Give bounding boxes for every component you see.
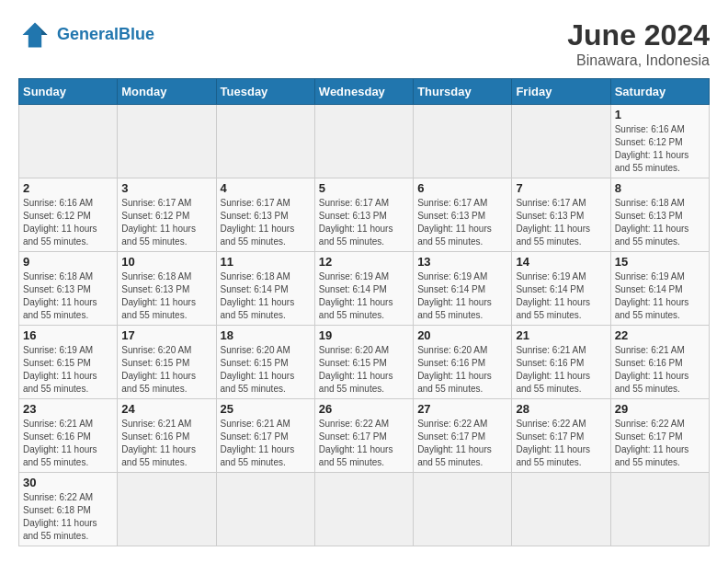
calendar-cell <box>118 105 216 178</box>
col-header-wednesday: Wednesday <box>314 79 413 105</box>
day-number: 4 <box>221 181 311 195</box>
day-number: 21 <box>516 328 606 342</box>
day-info: Sunrise: 6:21 AMSunset: 6:16 PMDaylight:… <box>121 418 211 469</box>
calendar-cell: 1Sunrise: 6:16 AMSunset: 6:12 PMDaylight… <box>610 105 709 178</box>
calendar-cell: 12Sunrise: 6:19 AMSunset: 6:14 PMDayligh… <box>314 252 413 326</box>
day-number: 17 <box>121 328 211 342</box>
day-number: 10 <box>121 255 211 269</box>
day-number: 7 <box>516 181 606 195</box>
calendar-cell: 25Sunrise: 6:21 AMSunset: 6:17 PMDayligh… <box>216 399 314 473</box>
col-header-sunday: Sunday <box>19 79 118 105</box>
week-row-6: 30Sunrise: 6:22 AMSunset: 6:18 PMDayligh… <box>19 473 710 546</box>
day-number: 27 <box>417 402 507 416</box>
calendar-cell: 4Sunrise: 6:17 AMSunset: 6:13 PMDaylight… <box>216 178 314 252</box>
day-number: 22 <box>615 328 705 342</box>
calendar-cell: 26Sunrise: 6:22 AMSunset: 6:17 PMDayligh… <box>314 399 413 473</box>
day-info: Sunrise: 6:20 AMSunset: 6:15 PMDaylight:… <box>319 344 409 396</box>
day-number: 23 <box>23 402 113 416</box>
day-info: Sunrise: 6:17 AMSunset: 6:13 PMDaylight:… <box>319 197 409 248</box>
calendar-header-row: SundayMondayTuesdayWednesdayThursdayFrid… <box>19 79 710 105</box>
week-row-2: 2Sunrise: 6:16 AMSunset: 6:12 PMDaylight… <box>19 178 710 252</box>
day-number: 14 <box>516 255 606 269</box>
calendar-cell: 18Sunrise: 6:20 AMSunset: 6:15 PMDayligh… <box>216 326 314 399</box>
day-number: 29 <box>615 402 705 416</box>
month-year: June 2024 <box>567 18 710 52</box>
day-number: 8 <box>615 181 705 195</box>
day-info: Sunrise: 6:18 AMSunset: 6:14 PMDaylight:… <box>221 270 311 322</box>
day-info: Sunrise: 6:22 AMSunset: 6:18 PMDaylight:… <box>23 491 113 543</box>
day-info: Sunrise: 6:17 AMSunset: 6:13 PMDaylight:… <box>417 197 507 248</box>
day-info: Sunrise: 6:16 AMSunset: 6:12 PMDaylight:… <box>615 123 705 175</box>
day-info: Sunrise: 6:21 AMSunset: 6:16 PMDaylight:… <box>615 344 705 396</box>
day-number: 12 <box>319 255 409 269</box>
location: Binawara, Indonesia <box>567 52 710 69</box>
calendar-cell <box>216 473 314 546</box>
calendar-cell <box>118 473 216 546</box>
calendar-cell: 9Sunrise: 6:18 AMSunset: 6:13 PMDaylight… <box>19 252 118 326</box>
calendar-cell: 19Sunrise: 6:20 AMSunset: 6:15 PMDayligh… <box>314 326 413 399</box>
week-row-1: 1Sunrise: 6:16 AMSunset: 6:12 PMDaylight… <box>19 105 710 178</box>
calendar-cell: 27Sunrise: 6:22 AMSunset: 6:17 PMDayligh… <box>414 399 512 473</box>
title-block: June 2024 Binawara, Indonesia <box>567 18 710 69</box>
calendar-cell <box>512 105 610 178</box>
col-header-thursday: Thursday <box>414 79 512 105</box>
calendar-cell: 29Sunrise: 6:22 AMSunset: 6:17 PMDayligh… <box>610 399 709 473</box>
calendar-cell: 10Sunrise: 6:18 AMSunset: 6:13 PMDayligh… <box>118 252 216 326</box>
col-header-friday: Friday <box>512 79 610 105</box>
day-info: Sunrise: 6:22 AMSunset: 6:17 PMDaylight:… <box>319 418 409 469</box>
day-number: 6 <box>417 181 507 195</box>
col-header-monday: Monday <box>118 79 216 105</box>
calendar-cell: 28Sunrise: 6:22 AMSunset: 6:17 PMDayligh… <box>512 399 610 473</box>
day-info: Sunrise: 6:19 AMSunset: 6:14 PMDaylight:… <box>319 270 409 322</box>
day-number: 5 <box>319 181 409 195</box>
day-info: Sunrise: 6:18 AMSunset: 6:13 PMDaylight:… <box>615 197 705 248</box>
calendar-cell: 15Sunrise: 6:19 AMSunset: 6:14 PMDayligh… <box>610 252 709 326</box>
header: GeneralBlue June 2024 Binawara, Indonesi… <box>18 18 710 69</box>
calendar-cell: 20Sunrise: 6:20 AMSunset: 6:16 PMDayligh… <box>414 326 512 399</box>
day-number: 9 <box>23 255 113 269</box>
day-info: Sunrise: 6:19 AMSunset: 6:15 PMDaylight:… <box>23 344 113 396</box>
day-number: 28 <box>516 402 606 416</box>
calendar-cell <box>414 473 512 546</box>
day-number: 1 <box>615 108 705 121</box>
day-info: Sunrise: 6:17 AMSunset: 6:13 PMDaylight:… <box>516 197 606 248</box>
week-row-4: 16Sunrise: 6:19 AMSunset: 6:15 PMDayligh… <box>19 326 710 399</box>
day-number: 2 <box>23 181 113 195</box>
day-info: Sunrise: 6:21 AMSunset: 6:16 PMDaylight:… <box>23 418 113 469</box>
day-info: Sunrise: 6:21 AMSunset: 6:17 PMDaylight:… <box>221 418 311 469</box>
day-info: Sunrise: 6:16 AMSunset: 6:12 PMDaylight:… <box>23 197 113 248</box>
calendar-cell <box>512 473 610 546</box>
week-row-5: 23Sunrise: 6:21 AMSunset: 6:16 PMDayligh… <box>19 399 710 473</box>
day-info: Sunrise: 6:20 AMSunset: 6:15 PMDaylight:… <box>221 344 311 396</box>
calendar-cell: 13Sunrise: 6:19 AMSunset: 6:14 PMDayligh… <box>414 252 512 326</box>
calendar-cell: 21Sunrise: 6:21 AMSunset: 6:16 PMDayligh… <box>512 326 610 399</box>
calendar-cell: 2Sunrise: 6:16 AMSunset: 6:12 PMDaylight… <box>19 178 118 252</box>
week-row-3: 9Sunrise: 6:18 AMSunset: 6:13 PMDaylight… <box>19 252 710 326</box>
logo: GeneralBlue <box>18 18 154 52</box>
calendar-cell: 14Sunrise: 6:19 AMSunset: 6:14 PMDayligh… <box>512 252 610 326</box>
calendar-cell: 22Sunrise: 6:21 AMSunset: 6:16 PMDayligh… <box>610 326 709 399</box>
day-number: 30 <box>23 476 113 489</box>
calendar-cell: 24Sunrise: 6:21 AMSunset: 6:16 PMDayligh… <box>118 399 216 473</box>
calendar-cell: 30Sunrise: 6:22 AMSunset: 6:18 PMDayligh… <box>19 473 118 546</box>
calendar-cell: 17Sunrise: 6:20 AMSunset: 6:15 PMDayligh… <box>118 326 216 399</box>
day-number: 16 <box>23 328 113 342</box>
day-number: 13 <box>417 255 507 269</box>
calendar: SundayMondayTuesdayWednesdayThursdayFrid… <box>18 78 710 546</box>
day-info: Sunrise: 6:19 AMSunset: 6:14 PMDaylight:… <box>516 270 606 322</box>
calendar-cell: 11Sunrise: 6:18 AMSunset: 6:14 PMDayligh… <box>216 252 314 326</box>
day-info: Sunrise: 6:22 AMSunset: 6:17 PMDaylight:… <box>417 418 507 469</box>
day-number: 15 <box>615 255 705 269</box>
calendar-cell <box>314 105 413 178</box>
logo-text: GeneralBlue <box>57 26 154 44</box>
calendar-cell: 7Sunrise: 6:17 AMSunset: 6:13 PMDaylight… <box>512 178 610 252</box>
calendar-cell <box>610 473 709 546</box>
day-number: 26 <box>319 402 409 416</box>
day-number: 24 <box>121 402 211 416</box>
calendar-cell <box>414 105 512 178</box>
col-header-tuesday: Tuesday <box>216 79 314 105</box>
calendar-cell: 6Sunrise: 6:17 AMSunset: 6:13 PMDaylight… <box>414 178 512 252</box>
day-info: Sunrise: 6:19 AMSunset: 6:14 PMDaylight:… <box>417 270 507 322</box>
day-info: Sunrise: 6:19 AMSunset: 6:14 PMDaylight:… <box>615 270 705 322</box>
day-number: 25 <box>221 402 311 416</box>
